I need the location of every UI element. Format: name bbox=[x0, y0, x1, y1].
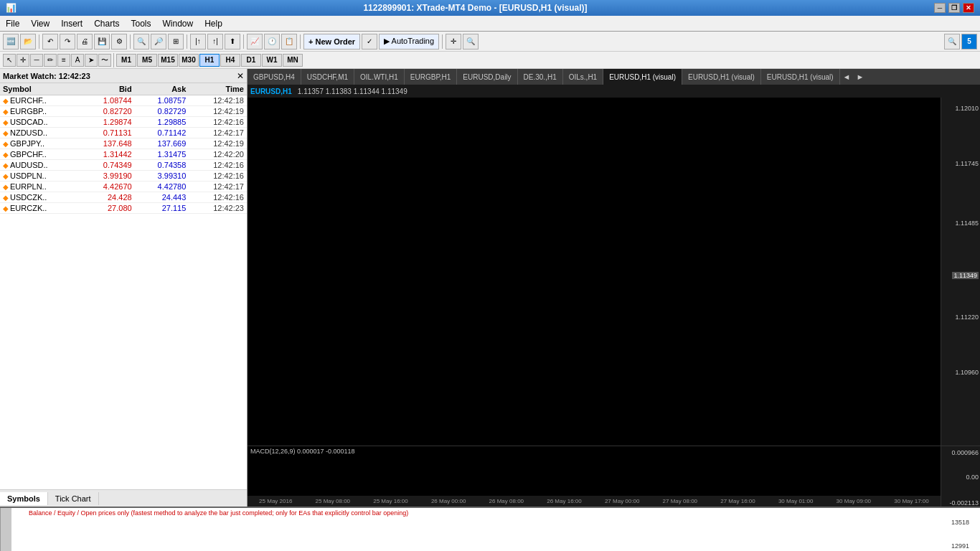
toolbar-bar1[interactable]: |↑ bbox=[190, 34, 206, 50]
market-watch-row[interactable]: ◆USDCAD.. 1.29874 1.29885 12:42:16 bbox=[0, 117, 247, 128]
chart-tab-eurusd-daily[interactable]: EURUSD,Daily bbox=[457, 69, 517, 85]
chart-tab-eurgbp[interactable]: EURGBP,H1 bbox=[405, 69, 458, 85]
chart-tab-eurusd-visual3[interactable]: EURUSD,H1 (visual) bbox=[761, 69, 840, 85]
market-watch-row[interactable]: ◆EURCZK.. 27.080 27.115 12:42:23 bbox=[0, 203, 247, 214]
tester-label[interactable]: Tester bbox=[0, 508, 11, 551]
menu-insert[interactable]: Insert bbox=[55, 17, 88, 30]
draw-tool[interactable]: ✏ bbox=[44, 54, 57, 67]
chart-tab-next[interactable]: ► bbox=[853, 72, 867, 81]
search-button[interactable]: 🔍 bbox=[944, 34, 960, 50]
toolbar-new[interactable]: 🆕 bbox=[3, 34, 19, 50]
text-tool[interactable]: A bbox=[71, 54, 84, 67]
chart-tab-oils[interactable]: OILs.,H1 bbox=[563, 69, 603, 85]
price-5: 1.10960 bbox=[955, 369, 979, 376]
time-cell: 12:42:18 bbox=[189, 95, 247, 106]
market-watch-row[interactable]: ◆EURCHF.. 1.08744 1.08757 12:42:18 bbox=[0, 95, 247, 106]
toolbar-props[interactable]: ⚙ bbox=[111, 34, 127, 50]
arrow-tool[interactable]: ➤ bbox=[85, 54, 98, 67]
toolbar-zoom[interactable]: 🔍 bbox=[463, 34, 479, 50]
chart-tab-eurusd-visual1[interactable]: EURUSD,H1 (visual) bbox=[603, 69, 682, 85]
toolbar-indicator[interactable]: 📈 bbox=[247, 34, 263, 50]
ask-cell: 1.08757 bbox=[135, 95, 189, 106]
chart-tab-usdchf[interactable]: USDCHF,M1 bbox=[301, 69, 354, 85]
toolbar-bar2[interactable]: ↑| bbox=[207, 34, 223, 50]
market-watch-row[interactable]: ◆GBPCHF.. 1.31442 1.31475 12:42:20 bbox=[0, 149, 247, 160]
timeframe-toolbar: ↖ ✛ ─ ✏ ≡ A ➤ 〜 M1 M5 M15 M30 H1 H4 D1 W… bbox=[0, 52, 980, 69]
tf-m30[interactable]: M30 bbox=[179, 54, 199, 67]
ask-cell: 1.29885 bbox=[135, 117, 189, 128]
ask-cell: 27.115 bbox=[135, 203, 189, 214]
toolbar-grid[interactable]: ⊞ bbox=[168, 34, 184, 50]
col-symbol: Symbol bbox=[0, 83, 80, 95]
hline-tool[interactable]: ≡ bbox=[57, 54, 70, 67]
minimize-button[interactable]: ─ bbox=[934, 3, 946, 13]
tab-symbols[interactable]: Symbols bbox=[0, 492, 48, 505]
restore-button[interactable]: ❐ bbox=[948, 3, 960, 13]
toolbar-ok[interactable]: ✓ bbox=[362, 34, 377, 50]
market-watch-close[interactable]: ✕ bbox=[237, 71, 244, 81]
toolbar-num[interactable]: 5 bbox=[961, 34, 977, 50]
time-cell: 12:42:19 bbox=[189, 138, 247, 149]
market-watch-row[interactable]: ◆EURGBP.. 0.82720 0.82729 12:42:19 bbox=[0, 106, 247, 117]
close-button[interactable]: ✕ bbox=[963, 3, 974, 13]
wave-tool[interactable]: 〜 bbox=[98, 54, 111, 67]
market-watch-row[interactable]: ◆NZDUSD.. 0.71131 0.71142 12:42:17 bbox=[0, 128, 247, 138]
time-cell: 12:42:16 bbox=[189, 192, 247, 203]
toolbar-open[interactable]: 📂 bbox=[20, 34, 36, 50]
line-tool[interactable]: ─ bbox=[30, 54, 43, 67]
toolbar-crosshair[interactable]: ✛ bbox=[446, 34, 461, 50]
time-cell: 12:42:19 bbox=[189, 106, 247, 117]
chart-tab-prev[interactable]: ◄ bbox=[840, 72, 854, 81]
main-chart-canvas[interactable] bbox=[248, 98, 463, 205]
cursor-tool[interactable]: ↖ bbox=[3, 54, 16, 67]
price-scale: 1.12010 1.11745 1.11485 1.11349 1.11220 … bbox=[941, 98, 980, 446]
chart-tab-de30[interactable]: DE.30.,H1 bbox=[518, 69, 563, 85]
window-title: 1122899901: XTrade-MT4 Demo - [EURUSD,H1… bbox=[17, 3, 934, 13]
tf-m5[interactable]: M5 bbox=[137, 54, 157, 67]
market-watch-row[interactable]: ◆EURPLN.. 4.42670 4.42780 12:42:17 bbox=[0, 182, 247, 192]
tf-mn[interactable]: MN bbox=[283, 54, 303, 67]
market-watch-row[interactable]: ◆USDPLN.. 3.99190 3.99310 12:42:16 bbox=[0, 171, 247, 182]
toolbar-period[interactable]: 🕐 bbox=[264, 34, 280, 50]
crosshair-tool[interactable]: ✛ bbox=[17, 54, 29, 67]
tf-h4[interactable]: H4 bbox=[220, 54, 240, 67]
market-watch-row[interactable]: ◆USDCZK.. 24.428 24.443 12:42:16 bbox=[0, 192, 247, 203]
toolbar-redo[interactable]: ↷ bbox=[60, 34, 75, 50]
toolbar-save[interactable]: 💾 bbox=[94, 34, 110, 50]
menu-tools[interactable]: Tools bbox=[126, 17, 157, 30]
symbol-cell: ◆EURCHF.. bbox=[0, 95, 80, 106]
toolbar-template[interactable]: 📋 bbox=[281, 34, 297, 50]
col-time: Time bbox=[189, 83, 247, 95]
toolbar-zoom-out[interactable]: 🔎 bbox=[151, 34, 166, 50]
toolbar-print[interactable]: 🖨 bbox=[77, 34, 93, 50]
new-order-button[interactable]: + New Order bbox=[303, 34, 360, 50]
tester-legend: Balance / Equity / Open prices only (fas… bbox=[11, 508, 980, 517]
menu-view[interactable]: View bbox=[25, 17, 55, 30]
tf-w1[interactable]: W1 bbox=[262, 54, 282, 67]
bid-cell: 3.99190 bbox=[80, 171, 135, 182]
tf-d1[interactable]: D1 bbox=[241, 54, 261, 67]
tab-tick-chart[interactable]: Tick Chart bbox=[48, 492, 99, 505]
toolbar-zoom-in[interactable]: 🔍 bbox=[133, 34, 149, 50]
chart-tab-oil-wti[interactable]: OIL.WTI,H1 bbox=[354, 69, 405, 85]
bid-cell: 0.82720 bbox=[80, 106, 135, 117]
menu-window[interactable]: Window bbox=[157, 17, 199, 30]
toolbar-bar3[interactable]: ⬆ bbox=[225, 34, 240, 50]
tf-h1[interactable]: H1 bbox=[199, 54, 220, 67]
tf-m15[interactable]: M15 bbox=[158, 54, 178, 67]
market-watch-row[interactable]: ◆GBPJPY.. 137.648 137.669 12:42:19 bbox=[0, 138, 247, 149]
ask-cell: 1.31475 bbox=[135, 149, 189, 160]
market-watch-row[interactable]: ◆AUDUSD.. 0.74349 0.74358 12:42:16 bbox=[0, 160, 247, 171]
toolbar-undo[interactable]: ↶ bbox=[42, 34, 58, 50]
symbol-cell: ◆AUDUSD.. bbox=[0, 160, 80, 171]
chart-tab-eurusd-visual2[interactable]: EURUSD,H1 (visual) bbox=[682, 69, 761, 85]
menu-file[interactable]: File bbox=[0, 17, 25, 30]
tester-y-axis: 13518 12991 12463 11936 11408 10881 1035… bbox=[951, 519, 980, 551]
menu-help[interactable]: Help bbox=[199, 17, 228, 30]
menu-charts[interactable]: Charts bbox=[88, 17, 125, 30]
autotrading-button[interactable]: ▶ AutoTrading bbox=[379, 34, 439, 50]
time-5: 26 May 08:00 bbox=[489, 498, 524, 504]
market-watch-title: Market Watch: 12:42:23 bbox=[3, 72, 90, 80]
chart-tab-gbpusd[interactable]: GBPUSD,H4 bbox=[248, 69, 301, 85]
tf-m1[interactable]: M1 bbox=[116, 54, 136, 67]
